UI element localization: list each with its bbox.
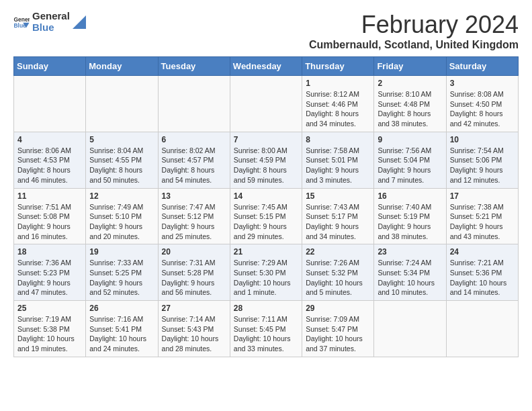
calendar-cell: 4Sunrise: 8:06 AM Sunset: 4:53 PM Daylig… [14,132,86,188]
day-number: 25 [17,304,82,313]
cell-content: Sunrise: 8:00 AM Sunset: 4:59 PM Dayligh… [234,146,298,185]
calendar-week-row: 4Sunrise: 8:06 AM Sunset: 4:53 PM Daylig… [14,132,519,188]
day-number: 22 [306,247,370,257]
day-number: 21 [234,247,298,257]
calendar-cell: 22Sunrise: 7:26 AM Sunset: 5:32 PM Dayli… [302,244,374,301]
header-sunday: Sunday [14,57,86,76]
calendar-cell [14,76,86,132]
calendar-cell: 26Sunrise: 7:16 AM Sunset: 5:41 PM Dayli… [86,301,158,357]
calendar-cell: 2Sunrise: 8:10 AM Sunset: 4:48 PM Daylig… [374,76,446,132]
calendar-cell: 15Sunrise: 7:43 AM Sunset: 5:17 PM Dayli… [302,188,374,244]
cell-content: Sunrise: 8:04 AM Sunset: 4:55 PM Dayligh… [89,146,154,185]
day-number: 19 [89,247,154,257]
calendar-cell: 28Sunrise: 7:11 AM Sunset: 5:45 PM Dayli… [230,301,302,357]
header-friday: Friday [374,57,446,76]
calendar-cell: 1Sunrise: 8:12 AM Sunset: 4:46 PM Daylig… [302,76,374,132]
cell-content: Sunrise: 7:24 AM Sunset: 5:34 PM Dayligh… [378,258,442,298]
calendar-cell: 20Sunrise: 7:31 AM Sunset: 5:28 PM Dayli… [158,244,230,301]
day-number: 20 [162,247,226,257]
cell-content: Sunrise: 7:19 AM Sunset: 5:38 PM Dayligh… [17,314,82,354]
cell-content: Sunrise: 7:58 AM Sunset: 5:01 PM Dayligh… [306,146,370,185]
day-number: 3 [450,79,515,88]
calendar-cell: 24Sunrise: 7:21 AM Sunset: 5:36 PM Dayli… [446,244,518,301]
header-monday: Monday [86,57,158,76]
header-saturday: Saturday [446,57,518,76]
day-number: 28 [234,304,298,313]
cell-content: Sunrise: 7:21 AM Sunset: 5:36 PM Dayligh… [450,258,515,298]
cell-content: Sunrise: 7:54 AM Sunset: 5:06 PM Dayligh… [450,146,515,185]
calendar-cell [86,76,158,132]
svg-text:Blue: Blue [13,22,26,29]
day-number: 10 [450,135,515,144]
day-number: 4 [17,135,82,144]
calendar-cell: 9Sunrise: 7:56 AM Sunset: 5:04 PM Daylig… [374,132,446,188]
day-number: 8 [306,135,370,144]
cell-content: Sunrise: 7:40 AM Sunset: 5:19 PM Dayligh… [378,202,442,242]
calendar-cell: 19Sunrise: 7:33 AM Sunset: 5:25 PM Dayli… [86,244,158,301]
calendar-week-row: 1Sunrise: 8:12 AM Sunset: 4:46 PM Daylig… [14,76,519,132]
cell-content: Sunrise: 8:10 AM Sunset: 4:48 PM Dayligh… [378,89,442,129]
day-number: 15 [306,191,370,201]
cell-content: Sunrise: 8:08 AM Sunset: 4:50 PM Dayligh… [450,89,515,129]
cell-content: Sunrise: 7:38 AM Sunset: 5:21 PM Dayligh… [450,202,515,242]
title-section: February 2024 Cumbernauld, Scotland, Uni… [309,11,519,51]
calendar-week-row: 11Sunrise: 7:51 AM Sunset: 5:08 PM Dayli… [14,188,519,244]
calendar-cell: 3Sunrise: 8:08 AM Sunset: 4:50 PM Daylig… [446,76,518,132]
calendar-cell: 5Sunrise: 8:04 AM Sunset: 4:55 PM Daylig… [86,132,158,188]
calendar-cell: 27Sunrise: 7:14 AM Sunset: 5:43 PM Dayli… [158,301,230,357]
calendar-cell: 6Sunrise: 8:02 AM Sunset: 4:57 PM Daylig… [158,132,230,188]
day-number: 16 [378,191,442,201]
logo: General Blue General Blue [13,11,86,33]
calendar-cell: 11Sunrise: 7:51 AM Sunset: 5:08 PM Dayli… [14,188,86,244]
logo-triangle-icon [73,15,86,29]
day-number: 9 [378,135,442,144]
logo-icon: General Blue [13,15,30,29]
day-number: 2 [378,79,442,88]
calendar-cell [374,301,446,357]
calendar-cell: 16Sunrise: 7:40 AM Sunset: 5:19 PM Dayli… [374,188,446,244]
calendar-cell: 25Sunrise: 7:19 AM Sunset: 5:38 PM Dayli… [14,301,86,357]
logo-general-text: General [32,11,70,22]
header-tuesday: Tuesday [158,57,230,76]
day-number: 27 [162,304,226,313]
calendar-cell: 8Sunrise: 7:58 AM Sunset: 5:01 PM Daylig… [302,132,374,188]
day-number: 7 [234,135,298,144]
calendar-week-row: 18Sunrise: 7:36 AM Sunset: 5:23 PM Dayli… [14,244,519,301]
cell-content: Sunrise: 7:56 AM Sunset: 5:04 PM Dayligh… [378,146,442,185]
day-number: 1 [306,79,370,88]
day-number: 12 [89,191,154,201]
calendar-cell: 13Sunrise: 7:47 AM Sunset: 5:12 PM Dayli… [158,188,230,244]
day-number: 14 [234,191,298,201]
cell-content: Sunrise: 7:09 AM Sunset: 5:47 PM Dayligh… [306,314,370,354]
cell-content: Sunrise: 7:49 AM Sunset: 5:10 PM Dayligh… [89,202,154,242]
cell-content: Sunrise: 7:45 AM Sunset: 5:15 PM Dayligh… [234,202,298,242]
calendar-cell: 23Sunrise: 7:24 AM Sunset: 5:34 PM Dayli… [374,244,446,301]
calendar-cell [158,76,230,132]
cell-content: Sunrise: 7:31 AM Sunset: 5:28 PM Dayligh… [162,258,226,298]
cell-content: Sunrise: 8:06 AM Sunset: 4:53 PM Dayligh… [17,146,82,185]
cell-content: Sunrise: 7:16 AM Sunset: 5:41 PM Dayligh… [89,314,154,354]
calendar-cell: 7Sunrise: 8:00 AM Sunset: 4:59 PM Daylig… [230,132,302,188]
day-number: 26 [89,304,154,313]
svg-marker-3 [73,15,86,29]
cell-content: Sunrise: 7:14 AM Sunset: 5:43 PM Dayligh… [162,314,226,354]
cell-content: Sunrise: 7:47 AM Sunset: 5:12 PM Dayligh… [162,202,226,242]
page-header: General Blue General Blue February 2024 … [13,11,519,51]
calendar-cell: 10Sunrise: 7:54 AM Sunset: 5:06 PM Dayli… [446,132,518,188]
day-number: 11 [17,191,82,201]
day-number: 13 [162,191,226,201]
day-number: 17 [450,191,515,201]
calendar-cell: 18Sunrise: 7:36 AM Sunset: 5:23 PM Dayli… [14,244,86,301]
cell-content: Sunrise: 7:36 AM Sunset: 5:23 PM Dayligh… [17,258,82,298]
day-number: 6 [162,135,226,144]
cell-content: Sunrise: 7:11 AM Sunset: 5:45 PM Dayligh… [234,314,298,354]
day-number: 24 [450,247,515,257]
cell-content: Sunrise: 8:12 AM Sunset: 4:46 PM Dayligh… [306,89,370,129]
calendar-cell: 12Sunrise: 7:49 AM Sunset: 5:10 PM Dayli… [86,188,158,244]
calendar-cell: 21Sunrise: 7:29 AM Sunset: 5:30 PM Dayli… [230,244,302,301]
calendar-cell: 14Sunrise: 7:45 AM Sunset: 5:15 PM Dayli… [230,188,302,244]
calendar-cell [230,76,302,132]
calendar-cell [446,301,518,357]
cell-content: Sunrise: 7:43 AM Sunset: 5:17 PM Dayligh… [306,202,370,242]
day-number: 5 [89,135,154,144]
